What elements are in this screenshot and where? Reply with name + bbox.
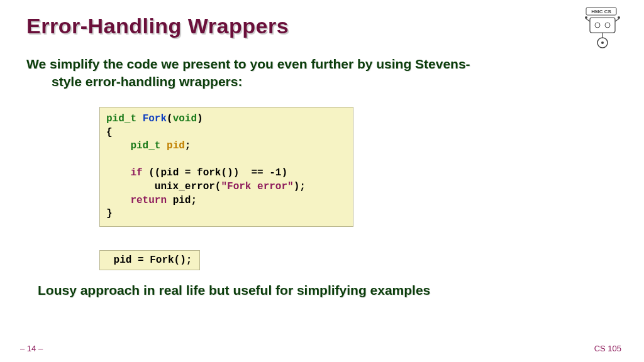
logo-label: HMC CS xyxy=(591,9,611,14)
code-token: ((pid = fork()) == -1) xyxy=(148,167,287,178)
code-token: ) xyxy=(197,113,203,124)
svg-line-4 xyxy=(586,19,590,21)
code-token: pid_t xyxy=(106,113,136,124)
code-token: if xyxy=(130,167,142,178)
code-token: return xyxy=(130,195,167,206)
code-block-wrapper-def: pid_t Fork(void) { pid_t pid; if ((pid =… xyxy=(99,107,353,227)
code-token: ; xyxy=(185,140,191,151)
code-token: pid_t xyxy=(130,140,160,151)
code-token: ); xyxy=(294,181,306,192)
footer-course: CS 105 xyxy=(594,344,621,353)
code-token: ; xyxy=(191,195,197,206)
hmc-cs-logo: HMC CS xyxy=(581,6,625,53)
code-token: ( xyxy=(167,113,173,124)
code-token xyxy=(136,113,143,124)
code-token: { xyxy=(106,127,113,138)
intro-text: We simplify the code we present to you e… xyxy=(26,55,605,91)
code-token: void xyxy=(173,113,197,124)
svg-point-6 xyxy=(585,16,587,19)
svg-point-10 xyxy=(601,41,604,44)
svg-point-3 xyxy=(605,23,610,28)
code-token: Fork xyxy=(143,113,167,124)
note-text: Lousy approach in real life but useful f… xyxy=(38,283,604,298)
code-token: unix_error( xyxy=(155,181,221,192)
intro-line1: We simplify the code we present to you e… xyxy=(26,57,470,71)
code-block-usage: pid = Fork(); xyxy=(99,250,200,270)
svg-point-2 xyxy=(595,23,600,28)
code-token xyxy=(160,140,167,151)
code-token: pid xyxy=(167,140,185,151)
svg-point-7 xyxy=(618,16,620,19)
intro-line2: style error-handling wrappers: xyxy=(26,73,605,90)
footer-page-number: – 14 – xyxy=(20,344,43,353)
code-token: "Fork error" xyxy=(221,181,293,192)
svg-line-5 xyxy=(615,19,619,21)
slide: Error-Handling Wrappers HMC CS We simpli… xyxy=(0,0,644,362)
slide-title: Error-Handling Wrappers xyxy=(26,14,289,38)
code-token: pid xyxy=(173,195,191,206)
code-token: } xyxy=(106,208,113,219)
svg-rect-1 xyxy=(590,18,615,33)
